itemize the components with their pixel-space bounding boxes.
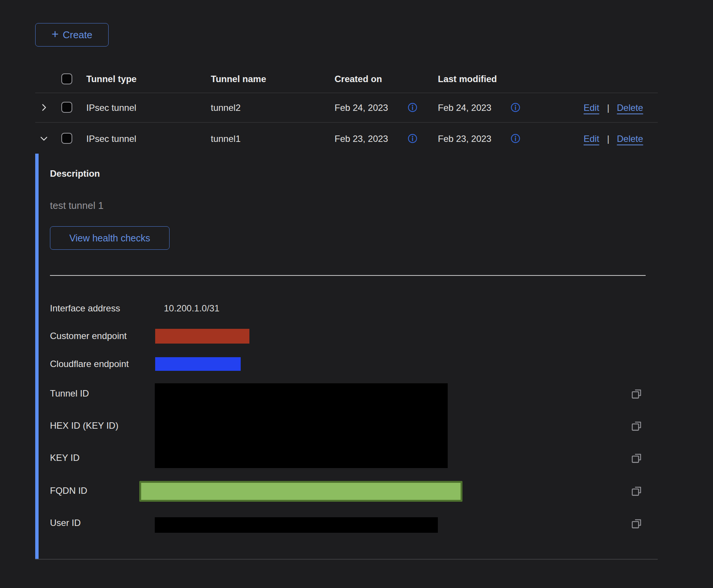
row-tunnel1-name: tunnel1 [211, 134, 241, 143]
row-tunnel2-created-on: Feb 24, 2023 [335, 103, 388, 112]
header-last-modified: Last modified [438, 75, 497, 84]
copy-hex-id-button[interactable] [630, 420, 643, 432]
key-id-label: KEY ID [50, 453, 79, 462]
select-all-checkbox[interactable] [61, 73, 72, 84]
customer-endpoint-redacted-value [155, 329, 249, 344]
copy-icon [630, 517, 643, 529]
expanded-row-indicator [35, 154, 39, 559]
copy-tunnel-id-button[interactable] [630, 387, 643, 400]
plus-icon: + [51, 27, 59, 41]
header-divider [35, 93, 658, 93]
tunnel-id-label: Tunnel ID [50, 389, 89, 398]
header-tunnel-type: Tunnel type [86, 75, 137, 84]
cloudflare-endpoint-label: Cloudflare endpoint [50, 359, 129, 369]
row-tunnel1-delete-link[interactable]: Delete [617, 134, 643, 143]
copy-icon [630, 420, 643, 432]
interface-address-label: Interface address [50, 304, 120, 313]
copy-icon [630, 485, 643, 497]
actions-separator: | [607, 134, 609, 143]
user-id-label: User ID [50, 518, 81, 527]
row-tunnel1-type: IPsec tunnel [86, 134, 136, 143]
copy-icon [630, 452, 643, 464]
copy-key-id-button[interactable] [630, 452, 643, 464]
header-tunnel-name: Tunnel name [211, 75, 266, 84]
last-modified-info-icon[interactable] [510, 133, 521, 145]
copy-fqdn-id-button[interactable] [630, 485, 643, 497]
row-tunnel1-created-on: Feb 23, 2023 [335, 134, 388, 143]
ids-redacted-value [155, 383, 448, 468]
hex-id-label: HEX ID (KEY ID) [50, 421, 118, 430]
row-tunnel2-edit-link[interactable]: Edit [584, 103, 599, 112]
customer-endpoint-label: Customer endpoint [50, 331, 127, 341]
fqdn-id-label: FQDN ID [50, 486, 87, 495]
last-modified-info-icon[interactable] [510, 102, 521, 114]
row-tunnel2-checkbox[interactable] [61, 102, 72, 113]
row-tunnel2-name: tunnel2 [211, 103, 241, 112]
fqdn-id-redacted-value [139, 481, 462, 502]
panel-bottom-divider [35, 559, 658, 560]
row-tunnel1-edit-link[interactable]: Edit [584, 134, 599, 143]
create-button-label: Create [63, 29, 92, 41]
interface-address-value: 10.200.1.0/31 [164, 304, 220, 313]
created-on-info-icon[interactable] [407, 102, 418, 114]
row-tunnel2-delete-link[interactable]: Delete [617, 103, 643, 112]
copy-user-id-button[interactable] [630, 517, 643, 529]
header-created-on: Created on [335, 75, 382, 84]
row-divider [35, 122, 658, 123]
detail-section-divider [50, 275, 646, 276]
cloudflare-endpoint-redacted-value [155, 357, 241, 371]
row-tunnel1-last-modified: Feb 23, 2023 [438, 134, 491, 143]
row-tunnel2-expand-button[interactable] [39, 103, 49, 112]
row-tunnel2-type: IPsec tunnel [86, 103, 136, 112]
copy-icon [630, 387, 643, 400]
row-tunnel1-checkbox[interactable] [61, 133, 72, 144]
chevron-right-icon [39, 103, 49, 112]
row-tunnel1-collapse-button[interactable] [39, 134, 49, 143]
view-health-checks-button[interactable]: View health checks [50, 226, 170, 250]
row-tunnel2-last-modified: Feb 24, 2023 [438, 103, 491, 112]
actions-separator: | [607, 103, 609, 112]
created-on-info-icon[interactable] [407, 133, 418, 145]
description-label: Description [50, 169, 100, 178]
chevron-down-icon [39, 134, 49, 143]
tunnels-page: + Create Tunnel type Tunnel name Created… [0, 0, 713, 588]
create-button[interactable]: + Create [35, 23, 109, 47]
view-health-checks-label: View health checks [69, 233, 150, 244]
user-id-redacted-value [155, 517, 438, 533]
description-value: test tunnel 1 [50, 201, 104, 210]
